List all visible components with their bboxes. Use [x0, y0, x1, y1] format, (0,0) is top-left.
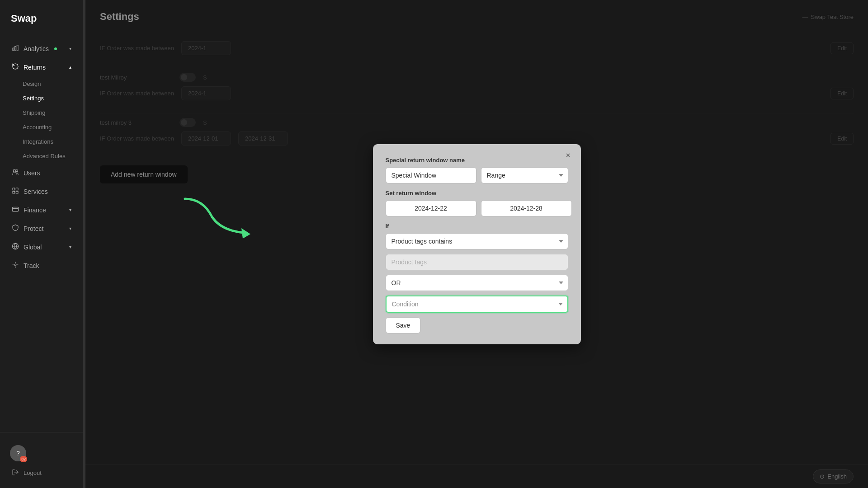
submenu-advanced-rules[interactable]: Advanced Rules [4, 149, 80, 163]
modal-dates-row [386, 200, 568, 216]
support-badge: 32 [20, 456, 27, 462]
sidebar-nav: Analytics ▾ Returns ▴ Design Settings Sh… [0, 35, 83, 432]
sidebar-item-analytics-label: Analytics [24, 45, 49, 52]
modal-name-input[interactable] [386, 167, 476, 183]
sidebar-item-protect-label: Protect [24, 225, 43, 232]
sidebar-item-track-label: Track [24, 262, 39, 269]
global-chevron: ▾ [69, 244, 71, 249]
users-icon [12, 169, 19, 177]
returns-submenu: Design Settings Shipping Accounting Inte… [0, 77, 83, 163]
sidebar-item-services[interactable]: Services [4, 183, 80, 200]
global-icon [12, 243, 19, 251]
close-icon: × [566, 151, 571, 160]
sidebar-item-analytics[interactable]: Analytics ▾ [4, 40, 80, 57]
modal-close-button[interactable]: × [562, 150, 575, 162]
annotation-arrow [176, 190, 275, 246]
sidebar-item-services-label: Services [24, 188, 48, 195]
modal-dialog: × Special return window name Range Relat… [373, 144, 581, 344]
sidebar-item-global-label: Global [24, 244, 42, 251]
return-icon [12, 63, 19, 71]
svg-rect-7 [13, 191, 15, 193]
modal-or-select[interactable]: OR AND [386, 275, 568, 291]
svg-rect-2 [17, 45, 18, 51]
analytics-badge [54, 47, 57, 50]
modal-condition-select[interactable]: Condition Product tags contains Order ta… [386, 296, 568, 313]
modal-set-return-label: Set return window [386, 190, 568, 197]
svg-rect-9 [12, 207, 18, 211]
sidebar-item-users[interactable]: Users [4, 164, 80, 182]
services-icon [12, 187, 19, 196]
svg-rect-1 [15, 47, 16, 51]
sidebar-item-finance-label: Finance [24, 206, 46, 214]
svg-rect-0 [13, 48, 14, 51]
svg-rect-6 [16, 188, 18, 190]
sidebar-item-track[interactable]: Track [4, 257, 80, 274]
returns-chevron: ▴ [69, 65, 71, 70]
svg-point-13 [14, 264, 16, 266]
sidebar-item-protect[interactable]: Protect ▾ [4, 220, 80, 237]
support-button[interactable]: ? 32 [10, 445, 26, 461]
modal-save-button[interactable]: Save [386, 317, 421, 333]
support-row: ? 32 [4, 441, 80, 465]
sidebar-item-finance[interactable]: Finance ▾ [4, 201, 80, 219]
logout-icon [12, 469, 19, 477]
sidebar: Swap Analytics ▾ Returns ▴ Design Settin… [0, 0, 84, 488]
track-icon [12, 261, 19, 270]
modal-if-label: If [386, 223, 568, 230]
finance-chevron: ▾ [69, 207, 71, 212]
submenu-design[interactable]: Design [4, 77, 80, 91]
modal-range-select[interactable]: Range Relative [481, 167, 568, 183]
analytics-chevron: ▾ [69, 46, 71, 51]
logout-button[interactable]: Logout [4, 465, 80, 481]
modal-date-start-input[interactable] [386, 200, 476, 216]
protect-chevron: ▾ [69, 226, 71, 231]
sidebar-item-returns[interactable]: Returns ▴ [4, 58, 80, 76]
modal-name-label: Special return window name [386, 157, 568, 164]
submenu-shipping[interactable]: Shipping [4, 106, 80, 120]
svg-point-3 [13, 169, 15, 172]
modal-name-row: Range Relative [386, 167, 568, 183]
modal-overlay: × Special return window name Range Relat… [85, 0, 868, 488]
finance-icon [12, 206, 19, 214]
sidebar-bottom: ? 32 Logout [0, 432, 83, 488]
sidebar-item-global[interactable]: Global ▾ [4, 238, 80, 256]
modal-date-end-input[interactable] [481, 200, 572, 216]
app-logo[interactable]: Swap [0, 0, 83, 35]
chart-icon [12, 44, 19, 53]
protect-icon [12, 224, 19, 233]
svg-marker-15 [241, 228, 250, 239]
submenu-settings[interactable]: Settings [4, 91, 80, 105]
logout-label: Logout [24, 469, 42, 476]
modal-condition-type-select[interactable]: Product tags contains Order tag contains… [386, 233, 568, 249]
submenu-accounting[interactable]: Accounting [4, 120, 80, 134]
sidebar-item-users-label: Users [24, 169, 40, 177]
modal-product-tags-input[interactable] [386, 254, 568, 270]
svg-rect-8 [16, 191, 18, 193]
main-content: Settings Swap Test Store IF Order was ma… [85, 0, 868, 488]
submenu-integrations[interactable]: Integrations [4, 135, 80, 149]
svg-point-4 [16, 170, 18, 172]
sidebar-item-returns-label: Returns [24, 64, 46, 71]
svg-rect-5 [13, 188, 15, 190]
